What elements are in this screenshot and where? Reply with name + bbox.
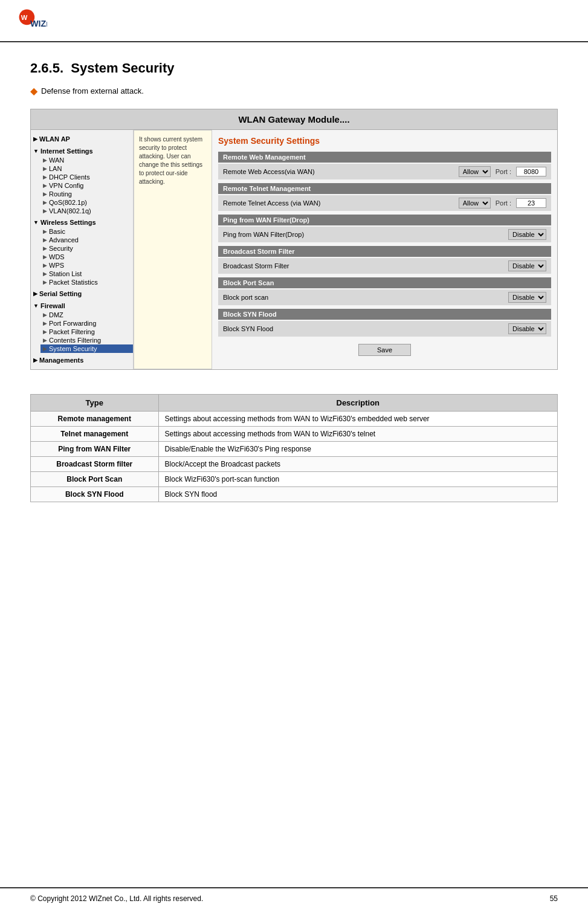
collapse-icon: ▼ [33, 148, 39, 154]
sidebar-item-wds[interactable]: ▶ WDS [40, 253, 133, 261]
sidebar-item-security[interactable]: ▶ Security [40, 244, 133, 253]
sidebar-item-advanced[interactable]: ▶ Advanced [40, 236, 133, 244]
sidebar-item-routing[interactable]: ▶ Routing [40, 190, 133, 198]
table-cell-type: Block SYN Flood [31, 487, 159, 502]
sidebar-sub-wireless: ▶ Basic ▶ Advanced ▶ Security ▶ WDS ▶ WP… [31, 227, 133, 286]
screenshot-inner: ▶ WLAN AP ▼ Internet Settings ▶ WAN ▶ LA… [31, 130, 557, 369]
ping-filter-controls: Disable Enable [508, 229, 546, 240]
sidebar-group-wlan-ap: ▶ WLAN AP [31, 133, 133, 145]
page-content: 2.6.5. System Security ◆ Defense from ex… [0, 42, 588, 532]
block-port-scan-controls: Disable Enable [508, 292, 546, 303]
block-syn-flood-label: Block SYN Flood [223, 325, 273, 332]
table-row: Ping from WAN FilterDisable/Enable the W… [31, 442, 558, 457]
section-remote-web: Remote Web Management Remote Web Access(… [218, 152, 551, 179]
expand-icon-serial: ▶ [33, 291, 37, 297]
table-col-type: Type [31, 395, 159, 412]
section-number: 2.6.5. [30, 60, 63, 76]
screenshot-title: WLAN Gateway Module.... [238, 114, 349, 124]
sidebar-item-qos[interactable]: ▶ QoS(802.1p) [40, 198, 133, 207]
block-port-scan-label: Block port scan [223, 294, 268, 301]
sidebar-label-firewall: Firewall [40, 302, 65, 309]
sidebar-item-dmz[interactable]: ▶ DMZ [40, 311, 133, 319]
svg-text:WIZnet: WIZnet [30, 19, 47, 28]
remote-telnet-port-label: Port : [496, 199, 511, 207]
remote-telnet-dropdown[interactable]: Allow Deny [459, 198, 491, 208]
sidebar-group-managements: ▶ Managements [31, 354, 133, 366]
sidebar-item-port-forwarding[interactable]: ▶ Port Forwarding [40, 319, 133, 328]
sidebar-item-wps[interactable]: ▶ WPS [40, 261, 133, 270]
sidebar-label-internet: Internet Settings [40, 147, 93, 155]
sidebar-item-system-security[interactable]: ▶ System Security [40, 344, 133, 353]
remote-web-controls: Allow Deny Port : [459, 166, 546, 177]
broadcast-filter-label: Broadcast Storm Filter [223, 262, 289, 270]
tooltip-text: It shows current system security to prot… [139, 136, 202, 185]
subtitle-text: Defense from external attack. [41, 86, 144, 95]
sidebar-item-vpn[interactable]: ▶ VPN Config [40, 181, 133, 190]
ping-filter-label: Ping from WAN Filter(Drop) [223, 231, 304, 238]
ping-filter-dropdown[interactable]: Disable Enable [508, 229, 546, 240]
remote-web-label: Remote Web Access(via WAN) [223, 168, 315, 175]
sidebar-label-managements: Managements [39, 357, 83, 364]
save-row: Save [218, 340, 551, 360]
section-header-block-port-scan: Block Port Scan [218, 277, 551, 288]
remote-web-dropdown[interactable]: Allow Deny [459, 166, 491, 177]
table-row: Block Port ScanBlock WizFi630's port-sca… [31, 472, 558, 487]
sidebar-group-title-wlan-ap[interactable]: ▶ WLAN AP [31, 134, 133, 144]
sidebar-item-vlan[interactable]: ▶ VLAN(802.1q) [40, 207, 133, 215]
table-cell-type: Broadcast Storm filter [31, 457, 159, 472]
section-block-port-scan: Block Port Scan Block port scan Disable … [218, 277, 551, 305]
sidebar-item-dhcp[interactable]: ▶ DHCP Clients [40, 173, 133, 181]
sidebar-item-wan[interactable]: ▶ WAN [40, 156, 133, 164]
sidebar-group-title-serial[interactable]: ▶ Serial Setting [31, 289, 133, 299]
svg-text:W: W [21, 14, 28, 21]
sidebar-sub-internet: ▶ WAN ▶ LAN ▶ DHCP Clients ▶ VPN Config … [31, 156, 133, 215]
table-cell-description: Settings about accessing methods from WA… [158, 412, 557, 427]
sidebar-item-basic[interactable]: ▶ Basic [40, 227, 133, 236]
sidebar-group-title-wireless[interactable]: ▼ Wireless Settings [31, 218, 133, 227]
sidebar-group-title-internet[interactable]: ▼ Internet Settings [31, 146, 133, 156]
expand-icon-mgmt: ▶ [33, 357, 37, 363]
block-syn-flood-dropdown[interactable]: Disable Enable [508, 323, 546, 334]
section-header-ping-filter: Ping from WAN Filter(Drop) [218, 215, 551, 225]
sidebar-label-serial: Serial Setting [39, 290, 82, 297]
sidebar-item-packet-filtering[interactable]: ▶ Packet Filtering [40, 328, 133, 336]
remote-telnet-port-input[interactable] [516, 198, 546, 208]
block-port-scan-dropdown[interactable]: Disable Enable [508, 292, 546, 303]
table-row: Block SYN FloodBlock SYN flood [31, 487, 558, 502]
table-row: Remote managementSettings about accessin… [31, 412, 558, 427]
main-settings-panel: System Security Settings Remote Web Mana… [212, 130, 557, 369]
sidebar-group-firewall: ▼ Firewall ▶ DMZ ▶ Port Forwarding ▶ Pac… [31, 300, 133, 354]
sidebar-item-lan[interactable]: ▶ LAN [40, 164, 133, 173]
sidebar-item-packet-stats[interactable]: ▶ Packet Statistics [40, 278, 133, 286]
sidebar-group-wireless: ▼ Wireless Settings ▶ Basic ▶ Advanced ▶… [31, 216, 133, 288]
table-row: Broadcast Storm filterBlock/Accept the B… [31, 457, 558, 472]
sidebar: ▶ WLAN AP ▼ Internet Settings ▶ WAN ▶ LA… [31, 130, 134, 369]
table-col-description: Description [158, 395, 557, 412]
page-footer: © Copyright 2012 WIZnet Co., Ltd. All ri… [0, 887, 588, 909]
sidebar-sub-firewall: ▶ DMZ ▶ Port Forwarding ▶ Packet Filteri… [31, 311, 133, 353]
sidebar-group-title-firewall[interactable]: ▼ Firewall [31, 301, 133, 311]
row-remote-web-access: Remote Web Access(via WAN) Allow Deny Po… [218, 164, 551, 179]
remote-web-port-input[interactable] [516, 167, 546, 176]
description-table: Type Description Remote managementSettin… [30, 394, 558, 502]
save-button[interactable]: Save [358, 344, 411, 356]
sidebar-item-station-list[interactable]: ▶ Station List [40, 270, 133, 278]
table-cell-description: Block/Accept the Broadcast packets [158, 457, 557, 472]
sidebar-group-title-managements[interactable]: ▶ Managements [31, 355, 133, 365]
section-main-title: System Security [71, 60, 174, 76]
section-ping-filter: Ping from WAN Filter(Drop) Ping from WAN… [218, 215, 551, 242]
sidebar-group-serial: ▶ Serial Setting [31, 288, 133, 300]
footer-page-number: 55 [550, 894, 558, 903]
table-cell-type: Telnet management [31, 427, 159, 442]
wiznet-logo-icon: W WIZnet [18, 6, 47, 35]
sidebar-label-wireless: Wireless Settings [40, 219, 96, 226]
sidebar-item-contents-filtering[interactable]: ▶ Contents Filtering [40, 336, 133, 344]
screenshot-title-bar: WLAN Gateway Module.... [31, 109, 557, 130]
screenshot-box: WLAN Gateway Module.... ▶ WLAN AP ▼ Inte… [30, 109, 558, 370]
broadcast-filter-dropdown[interactable]: Disable Enable [508, 260, 546, 271]
table-row: Telnet managementSettings about accessin… [31, 427, 558, 442]
section-title: 2.6.5. System Security [30, 60, 558, 76]
sidebar-group-internet: ▼ Internet Settings ▶ WAN ▶ LAN ▶ DHCP C… [31, 145, 133, 216]
collapse-icon-firewall: ▼ [33, 303, 39, 309]
section-block-syn-flood: Block SYN Flood Block SYN Flood Disable … [218, 309, 551, 337]
